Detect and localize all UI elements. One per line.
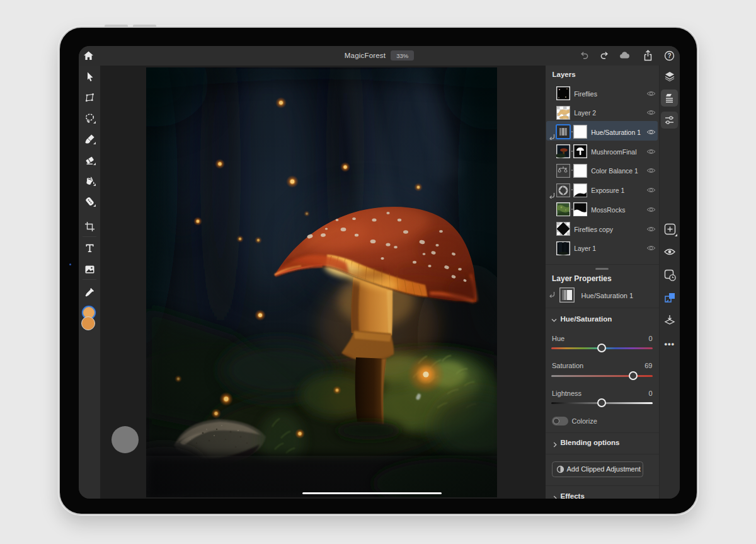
- svg-text:?: ?: [667, 52, 671, 59]
